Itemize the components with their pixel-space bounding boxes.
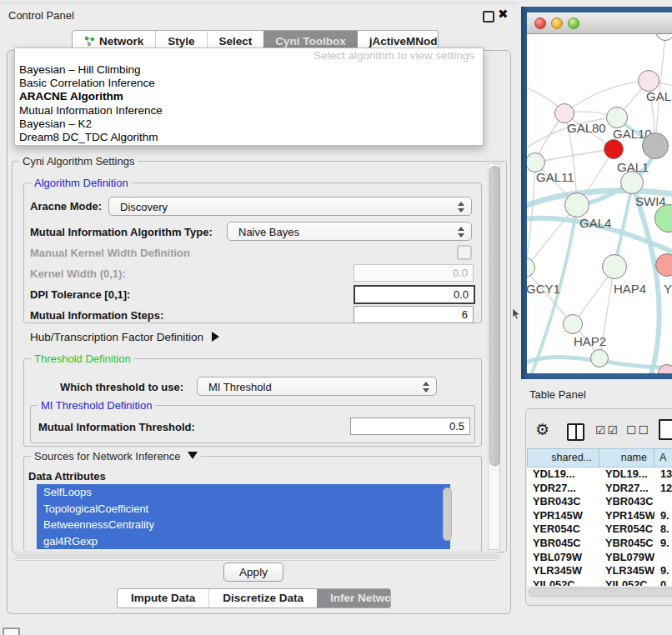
table-cell[interactable]: YER054C: [599, 522, 654, 537]
mi-type-select[interactable]: Naive Bayes: [227, 222, 472, 241]
network-node[interactable]: [590, 349, 609, 368]
minimize-traffic-light-icon[interactable]: [551, 18, 563, 29]
table-cell[interactable]: YDL19...: [599, 468, 654, 482]
mi-steps-field[interactable]: 6: [354, 306, 474, 323]
group-title: MI Threshold Definition: [38, 399, 155, 412]
algorithm-option[interactable]: Basic Correlation Inference: [15, 77, 483, 90]
column-header-shared-name[interactable]: shared...: [527, 448, 599, 468]
table-row[interactable]: YLR345WYLR345W9.: [527, 564, 672, 578]
network-edge-thin[interactable]: [564, 81, 649, 113]
algorithm-option[interactable]: Bayesian – Hill Climbing: [15, 63, 483, 77]
network-edge-thin[interactable]: [527, 270, 572, 323]
manual-kernel-checkbox[interactable]: [457, 245, 472, 260]
table-cell[interactable]: YBR043C: [599, 495, 654, 509]
network-node-gal10[interactable]: [606, 107, 628, 128]
aracne-mode-select[interactable]: Discovery: [108, 197, 472, 216]
sources-toggle[interactable]: Sources for Network Inference: [31, 450, 201, 462]
algorithm-option[interactable]: ARACNE Algorithm: [15, 90, 483, 103]
table-cell[interactable]: YBL079W: [599, 551, 654, 565]
table-cell[interactable]: 9.: [654, 537, 672, 551]
export-table-icon[interactable]: [659, 419, 672, 440]
table-cell[interactable]: 8.: [654, 522, 672, 537]
show-selected-checks-icon[interactable]: ☑☑: [595, 423, 619, 437]
columns-icon[interactable]: [567, 423, 584, 441]
network-edge-thin[interactable]: [527, 163, 535, 268]
column-header-third[interactable]: A: [654, 448, 672, 468]
zoom-traffic-light-icon[interactable]: [568, 18, 579, 29]
network-node-gal4[interactable]: [564, 192, 589, 218]
network-window-titlebar[interactable]: [527, 12, 672, 34]
table-hscrollbar-thumb[interactable]: [529, 588, 672, 597]
kernel-width-field[interactable]: 0.0: [354, 264, 474, 282]
table-cell[interactable]: YLR345W: [599, 564, 654, 578]
algorithm-option[interactable]: Bayesian – K2: [15, 118, 483, 131]
dock-corner-icon[interactable]: [3, 628, 20, 635]
network-node-y[interactable]: [655, 253, 672, 277]
settings-vscrollbar-thumb[interactable]: [489, 166, 500, 466]
data-attribute-item[interactable]: SelfLoops: [37, 484, 450, 501]
float-window-icon[interactable]: [483, 11, 494, 22]
close-icon[interactable]: ✖: [498, 7, 509, 22]
table-row[interactable]: YDL19...YDL19...13: [527, 468, 672, 482]
column-header-name[interactable]: name: [599, 448, 654, 468]
attributes-scrollbar-thumb[interactable]: [443, 488, 452, 541]
table-cell[interactable]: 12: [654, 482, 672, 496]
table-row[interactable]: YIL052CYIL052C0.: [527, 578, 672, 586]
table-cell[interactable]: YBL079W: [527, 551, 599, 565]
network-node-swi4[interactable]: [620, 171, 644, 194]
network-edge-thin[interactable]: [535, 149, 613, 162]
table-cell[interactable]: 9.: [654, 564, 672, 578]
mi-threshold-label: Mutual Information Threshold:: [38, 421, 195, 433]
table-row[interactable]: YBR045CYBR045C9.: [527, 537, 672, 551]
apply-button[interactable]: Apply: [223, 562, 283, 582]
table-cell[interactable]: YDR27...: [527, 482, 599, 496]
mi-threshold-field[interactable]: 0.5: [350, 418, 470, 435]
table-row[interactable]: YPR145WYPR145W9.: [527, 509, 672, 523]
table-cell[interactable]: YDL19...: [527, 468, 599, 482]
table-cell[interactable]: YBR043C: [527, 495, 599, 509]
algorithm-list: Bayesian – Hill ClimbingBasic Correlatio…: [15, 63, 483, 144]
table-row[interactable]: YBR043CYBR043C: [527, 495, 672, 509]
hub-definition-toggle[interactable]: Hub/Transcription Factor Definition: [30, 331, 219, 343]
network-node-hap2[interactable]: [563, 314, 583, 334]
network-canvas[interactable]: GALGAL80GAL10GAL1GAL11SWI4GAL4GCY1HAP4YH…: [527, 34, 672, 373]
table-cell[interactable]: 9.: [654, 509, 672, 523]
algorithm-option[interactable]: Mutual Information Inference: [15, 104, 483, 118]
table-cell[interactable]: YDR27...: [599, 482, 654, 496]
which-threshold-select[interactable]: MI Threshold: [197, 377, 437, 396]
network-node-gal1[interactable]: [604, 139, 624, 159]
table-cell[interactable]: YBR045C: [527, 537, 599, 551]
table-row[interactable]: YDR27...YDR27...12: [527, 482, 672, 496]
table-cell[interactable]: [654, 495, 672, 509]
table-cell[interactable]: 13: [654, 468, 672, 482]
table-cell[interactable]: YLR345W: [527, 564, 599, 578]
table-cell[interactable]: YPR145W: [599, 509, 654, 523]
hide-unselected-boxes-icon[interactable]: ☐☐: [626, 423, 650, 437]
settings-hscrollbar-thumb[interactable]: [15, 553, 499, 559]
table-cell[interactable]: YIL052C: [527, 578, 599, 586]
data-attribute-item[interactable]: BetweennessCentrality: [37, 517, 450, 533]
data-attribute-item[interactable]: TopologicalCoefficient: [37, 501, 450, 518]
manual-kernel-label: Manual Kernel Width Definition: [30, 247, 190, 259]
gear-icon[interactable]: ⚙: [535, 420, 549, 439]
table-cell[interactable]: [654, 551, 672, 565]
table-row[interactable]: YER054CYER054C8.: [527, 522, 672, 537]
tab-infer-network[interactable]: Infer Network: [317, 589, 391, 608]
close-traffic-light-icon[interactable]: [534, 18, 546, 29]
table-cell[interactable]: 0.: [654, 578, 672, 586]
settings-hscrollbar[interactable]: [13, 552, 500, 561]
table-cell[interactable]: YIL052C: [599, 578, 654, 586]
dpi-tolerance-field[interactable]: 0.0: [354, 285, 475, 304]
dpi-tolerance-label: DPI Tolerance [0,1]:: [30, 288, 130, 301]
network-node[interactable]: [642, 132, 669, 159]
node-label: GAL80: [567, 121, 606, 135]
table-cell[interactable]: YER054C: [527, 522, 599, 537]
table-cell[interactable]: YBR045C: [599, 537, 654, 551]
algorithm-option[interactable]: Dream8 DC_TDC Algorithm: [15, 131, 483, 144]
table-row[interactable]: YBL079WYBL079W: [527, 551, 672, 565]
tab-discretize-data[interactable]: Discretize Data: [208, 589, 317, 608]
tab-impute-data[interactable]: Impute Data: [118, 589, 208, 608]
table-cell[interactable]: YPR145W: [527, 509, 599, 523]
data-attribute-item[interactable]: gal4RGexp: [37, 533, 450, 550]
network-node-hap4[interactable]: [602, 254, 627, 279]
